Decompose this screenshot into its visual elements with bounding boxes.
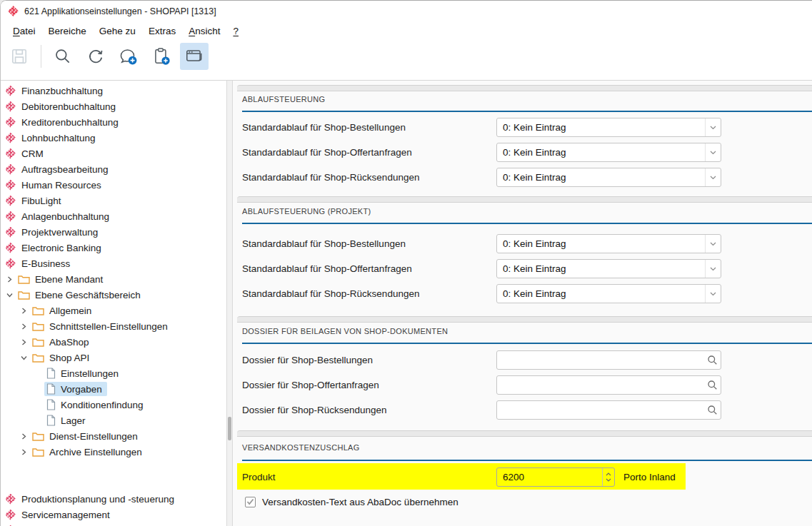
search-button[interactable] — [49, 43, 77, 70]
tree-expander[interactable] — [5, 290, 14, 299]
sidebar-module-item[interactable]: Human Resources — [1, 177, 226, 193]
sidebar-module-item[interactable]: FibuLight — [1, 193, 226, 208]
dropdown-field[interactable]: 0: Kein Eintrag — [496, 168, 721, 187]
tree-item-label: Ebene Geschäftsbereich — [35, 290, 141, 300]
lookup-field[interactable] — [496, 400, 721, 420]
dropdown-field[interactable]: 0: Kein Eintrag — [496, 143, 721, 162]
tree-item[interactable]: Konditionenfindung — [1, 397, 226, 413]
dropdown-value: 0: Kein Eintrag — [497, 288, 705, 299]
chevron-right-icon — [6, 276, 13, 283]
module-label: FibuLight — [21, 196, 61, 206]
tree-item[interactable]: Ebene Mandant — [1, 271, 226, 287]
section-underline — [242, 111, 812, 112]
lookup-button[interactable] — [703, 376, 721, 394]
tree-item[interactable]: Allgemein — [1, 303, 226, 318]
file-icon — [46, 415, 56, 426]
lookup-field[interactable] — [496, 375, 721, 395]
sidebar-module-item[interactable]: E-Business — [1, 256, 226, 271]
section-divider — [237, 85, 812, 91]
dropdown-field[interactable]: 0: Kein Eintrag — [496, 284, 721, 303]
tree-expander[interactable] — [19, 447, 28, 456]
tree-expander[interactable] — [34, 385, 42, 393]
tree-item-label: Dienst-Einstellungen — [49, 431, 138, 442]
dropdown-field[interactable]: 0: Kein Eintrag — [496, 259, 721, 278]
window-view-button[interactable] — [180, 43, 209, 70]
sidebar-module-item[interactable]: Projektverwaltung — [1, 224, 226, 240]
folder-icon — [18, 290, 30, 300]
module-label: Lohnbuchhaltung — [21, 133, 96, 143]
tree-item[interactable]: Einstellungen — [1, 365, 226, 381]
sidebar-module-item[interactable]: Electronic Banking — [1, 240, 226, 256]
tree-item[interactable]: Archive Einstellungen — [1, 444, 226, 460]
dropdown-chevron-icon — [710, 126, 716, 130]
tree-expander[interactable] — [19, 353, 28, 362]
lookup-button[interactable] — [703, 401, 721, 419]
module-label: Produktionsplanung und -steuerung — [21, 494, 174, 505]
menu-item-ansicht[interactable]: Ansicht — [182, 24, 226, 39]
abadoc-checkbox[interactable] — [245, 497, 256, 507]
folder-icon — [32, 431, 44, 441]
sidebar-module-item[interactable]: Lohnbuchhaltung — [1, 130, 226, 146]
tree-item[interactable]: Schnittstellen-Einstellungen — [1, 318, 226, 334]
refresh-button[interactable] — [81, 43, 110, 70]
dropdown-button[interactable] — [705, 285, 721, 303]
lookup-button[interactable] — [703, 351, 721, 369]
tree-item[interactable]: Dienst-Einstellungen — [1, 428, 226, 444]
module-label: Human Resources — [21, 180, 101, 191]
tree-item[interactable]: Ebene Geschäftsbereich — [1, 287, 226, 303]
sidebar-module-item[interactable]: Servicemanagement — [1, 507, 226, 522]
folder-icon — [32, 353, 44, 363]
sidebar-module-item[interactable]: Kreditorenbuchhaltung — [1, 114, 226, 130]
menu-item-gehezu[interactable]: Gehe zu — [93, 24, 142, 39]
folder-icon — [32, 353, 44, 363]
module-label: Servicemanagement — [21, 510, 110, 520]
menu-item-datei[interactable]: Datei — [6, 24, 42, 39]
tree-expander[interactable] — [19, 432, 28, 440]
menu-item-extras[interactable]: Extras — [142, 24, 182, 39]
tree-expander[interactable] — [19, 306, 28, 315]
save-button[interactable] — [5, 43, 34, 70]
tree-expander[interactable] — [34, 369, 42, 378]
sidebar-module-item[interactable]: AbaBau — [1, 522, 226, 526]
dropdown-button[interactable] — [705, 168, 721, 186]
tree-item[interactable]: AbaShop — [1, 334, 226, 350]
dropdown-chevron-icon — [710, 267, 716, 271]
tree-item-selected[interactable]: Vorgaben — [1, 381, 226, 397]
sidebar-tree: Finanzbuchhaltung Debitorenbuchhaltung K… — [1, 81, 226, 526]
tree-expander[interactable] — [19, 322, 28, 330]
dropdown-field[interactable]: 0: Kein Eintrag — [496, 234, 721, 253]
sidebar-scrollbar[interactable] — [226, 81, 233, 526]
lookup-field[interactable] — [496, 350, 721, 370]
add-clipboard-button[interactable] — [147, 43, 176, 70]
spinner-buttons[interactable] — [602, 468, 614, 486]
sidebar-module-item[interactable]: Anlagenbuchhaltung — [1, 208, 226, 224]
module-label: Projektverwaltung — [21, 227, 98, 238]
dropdown-chevron-icon — [710, 242, 716, 246]
scrollbar-thumb[interactable] — [228, 417, 231, 440]
chevron-right-icon — [21, 308, 27, 314]
dropdown-button[interactable] — [705, 118, 721, 136]
tree-expander[interactable] — [34, 416, 42, 425]
spinner-field[interactable]: 6200 — [496, 467, 615, 487]
tree-expander[interactable] — [5, 275, 14, 283]
tree-expander[interactable] — [34, 400, 42, 409]
section-divider — [237, 316, 812, 323]
dropdown-button[interactable] — [705, 235, 721, 253]
sidebar-module-item[interactable]: Auftragsbearbeitung — [1, 161, 226, 177]
sidebar-module-item[interactable]: Produktionsplanung und -steuerung — [1, 491, 226, 507]
add-comment-button[interactable] — [114, 43, 143, 70]
menu-item-bereiche[interactable]: Bereiche — [42, 24, 93, 39]
chevron-right-icon — [21, 433, 27, 440]
tree-item[interactable]: Lager — [1, 413, 226, 428]
sidebar-module-item[interactable]: Debitorenbuchhaltung — [1, 98, 226, 114]
sidebar-module-item[interactable]: CRM — [1, 146, 226, 161]
dropdown-chevron-icon — [710, 151, 716, 155]
lookup-magnifier-icon — [707, 355, 718, 365]
dropdown-button[interactable] — [705, 260, 721, 278]
menu-item-help[interactable]: ? — [226, 24, 245, 39]
dropdown-field[interactable]: 0: Kein Eintrag — [496, 118, 721, 137]
dropdown-button[interactable] — [705, 143, 721, 161]
tree-item[interactable]: Shop API — [1, 350, 226, 365]
sidebar-module-item[interactable]: Finanzbuchhaltung — [1, 83, 226, 98]
tree-expander[interactable] — [19, 338, 28, 346]
